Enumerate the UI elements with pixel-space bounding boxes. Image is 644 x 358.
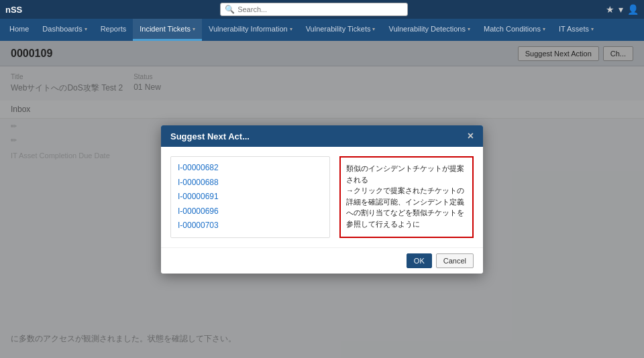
incident-tickets-caret: ▾ bbox=[193, 26, 195, 32]
ticket-item-5[interactable]: I-00000703 bbox=[178, 219, 323, 233]
dropdown-icon[interactable]: ▾ bbox=[619, 4, 623, 15]
nav-vulnerability-tickets[interactable]: Vulnerability Tickets ▾ bbox=[299, 19, 382, 41]
nav-home-label: Home bbox=[9, 25, 29, 33]
modal-close-button[interactable]: × bbox=[468, 131, 474, 141]
ticket-item-4[interactable]: I-00000696 bbox=[178, 204, 323, 219]
nav-incident-tickets-label: Incident Tickets bbox=[140, 25, 191, 33]
modal-footer: OK Cancel bbox=[161, 247, 483, 274]
annotation-text: 類似のインシデントチケットが提案される →クリックで提案されたチケットの詳細を確… bbox=[346, 164, 464, 228]
top-bar: nSS 🔍 ★ ▾ 👤 bbox=[0, 0, 644, 19]
ticket-item-3[interactable]: I-00000691 bbox=[178, 190, 323, 204]
suggest-next-action-modal: Suggest Next Act... × I-00000682 I-00000… bbox=[161, 125, 483, 274]
modal-cancel-button[interactable]: Cancel bbox=[436, 253, 474, 268]
nav-vuln-tickets-label: Vulnerability Tickets bbox=[306, 25, 371, 33]
nav-vuln-info-label: Vulnerability Information bbox=[209, 25, 288, 33]
nav-dashboards-label: Dashboards bbox=[42, 25, 82, 33]
user-icon[interactable]: 👤 bbox=[627, 4, 639, 15]
ticket-item-2[interactable]: I-00000688 bbox=[178, 176, 323, 190]
modal-title: Suggest Next Act... bbox=[170, 131, 250, 141]
app-logo: nSS bbox=[5, 5, 22, 15]
annotation-box: 類似のインシデントチケットが提案される →クリックで提案されたチケットの詳細を確… bbox=[339, 156, 474, 238]
vuln-info-caret: ▾ bbox=[290, 26, 292, 32]
nav-dashboards[interactable]: Dashboards ▾ bbox=[36, 19, 93, 41]
match-conditions-caret: ▾ bbox=[543, 26, 545, 32]
modal-header: Suggest Next Act... × bbox=[161, 125, 483, 147]
vuln-tickets-caret: ▾ bbox=[372, 26, 375, 32]
ticket-list: I-00000682 I-00000688 I-00000691 I-00000… bbox=[170, 156, 330, 238]
search-bar[interactable]: 🔍 bbox=[220, 3, 408, 16]
star-icon[interactable]: ★ bbox=[606, 4, 614, 15]
modal-overlay: Suggest Next Act... × I-00000682 I-00000… bbox=[0, 41, 644, 358]
nav-it-assets-label: IT Assets bbox=[559, 25, 589, 33]
nav-reports[interactable]: Reports bbox=[94, 19, 133, 41]
dashboards-caret: ▾ bbox=[85, 26, 87, 32]
nav-match-conditions[interactable]: Match Conditions ▾ bbox=[477, 19, 552, 41]
vuln-detections-caret: ▾ bbox=[468, 26, 470, 32]
ticket-item-1[interactable]: I-00000682 bbox=[178, 161, 323, 176]
page-content: 0000109 Suggest Next Action Ch... Title … bbox=[0, 41, 644, 358]
nav-home[interactable]: Home bbox=[3, 19, 36, 41]
modal-body: I-00000682 I-00000688 I-00000691 I-00000… bbox=[161, 147, 483, 247]
nav-vulnerability-detections[interactable]: Vulnerability Detections ▾ bbox=[382, 19, 477, 41]
modal-ok-button[interactable]: OK bbox=[407, 253, 432, 268]
nav-vulnerability-information[interactable]: Vulnerability Information ▾ bbox=[202, 19, 299, 41]
nav-it-assets[interactable]: IT Assets ▾ bbox=[552, 19, 600, 41]
nav-vuln-detections-label: Vulnerability Detections bbox=[388, 25, 466, 33]
search-input[interactable] bbox=[237, 5, 403, 13]
search-icon: 🔍 bbox=[225, 5, 235, 14]
it-assets-caret: ▾ bbox=[591, 26, 594, 32]
nav-bar: Home Dashboards ▾ Reports Incident Ticke… bbox=[0, 19, 644, 41]
modal-left-panel: I-00000682 I-00000688 I-00000691 I-00000… bbox=[170, 156, 330, 238]
nav-match-conditions-label: Match Conditions bbox=[484, 25, 541, 33]
top-bar-icons: ★ ▾ 👤 bbox=[606, 4, 639, 15]
nav-reports-label: Reports bbox=[101, 25, 127, 33]
nav-incident-tickets[interactable]: Incident Tickets ▾ bbox=[133, 19, 202, 41]
